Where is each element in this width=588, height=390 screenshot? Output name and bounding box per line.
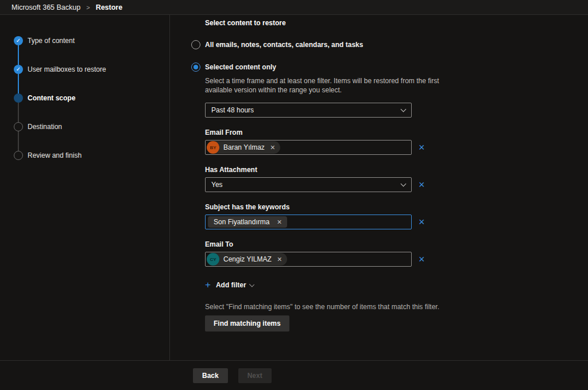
- person-chip[interactable]: BY Baran Yılmaz ×: [207, 141, 280, 154]
- content-scope-panel: Select content to restore All emails, no…: [170, 15, 588, 360]
- add-filter-label: Add filter: [216, 281, 246, 289]
- radio-selected-icon[interactable]: [191, 63, 200, 72]
- timeframe-dropdown[interactable]: Past 48 hours: [205, 103, 412, 118]
- email-from-input[interactable]: BY Baran Yılmaz ×: [205, 140, 412, 155]
- subject-keywords-label: Subject has the keywords: [205, 203, 588, 211]
- back-button[interactable]: Back: [193, 368, 228, 383]
- step-complete-icon: ✓: [14, 36, 23, 45]
- breadcrumb-separator-icon: >: [86, 4, 90, 11]
- filter-subject-keywords: Subject has the keywords Son Fiyatlandır…: [205, 203, 588, 229]
- checkmark-icon: ✓: [16, 38, 21, 44]
- timeframe-value: Past 48 hours: [211, 106, 254, 114]
- step-content-scope[interactable]: Content scope: [14, 93, 169, 122]
- breadcrumb-current: Restore: [96, 3, 123, 11]
- clear-email-from-filter-icon[interactable]: ×: [419, 142, 425, 153]
- keyword-chip[interactable]: Son Fiyatlandırma ×: [208, 216, 287, 228]
- radio-all-content-label: All emails, notes, contacts, calendars, …: [205, 41, 363, 49]
- clear-subject-filter-icon[interactable]: ×: [419, 217, 425, 227]
- step-label: Type of content: [28, 36, 75, 65]
- step-rail: ✓: [14, 36, 23, 65]
- chevron-down-icon: [249, 282, 254, 287]
- step-rail: ✓: [14, 65, 23, 93]
- keyword-chip-text: Son Fiyatlandırma: [214, 218, 269, 226]
- step-rail: [14, 93, 23, 122]
- step-upcoming-icon: [14, 122, 23, 131]
- add-filter-button[interactable]: + Add filter: [205, 280, 254, 290]
- remove-chip-icon[interactable]: ×: [275, 218, 283, 226]
- step-review-finish[interactable]: Review and finish: [14, 151, 169, 160]
- wizard-body: ✓ Type of content ✓ User mailboxes to re…: [0, 15, 588, 360]
- avatar: CY: [207, 253, 219, 266]
- clear-has-attachment-filter-icon[interactable]: ×: [419, 180, 425, 190]
- clear-email-to-filter-icon[interactable]: ×: [419, 254, 425, 264]
- radio-unselected-icon[interactable]: [191, 40, 200, 49]
- email-to-input[interactable]: CY Cengiz YILMAZ ×: [205, 252, 412, 267]
- radio-selected-content-label: Selected content only: [205, 63, 276, 71]
- has-attachment-dropdown[interactable]: Yes: [205, 177, 412, 192]
- add-icon: +: [205, 280, 211, 290]
- selected-content-description: Select a time frame and at least one fil…: [205, 76, 468, 95]
- wizard-steps-sidebar: ✓ Type of content ✓ User mailboxes to re…: [0, 15, 170, 360]
- filter-has-attachment: Has Attachment Yes ×: [205, 166, 588, 192]
- person-chip-name: Cengiz YILMAZ: [223, 255, 272, 263]
- chevron-down-icon: [401, 107, 407, 112]
- filter-email-to: Email To CY Cengiz YILMAZ × ×: [205, 240, 588, 267]
- step-label: User mailboxes to restore: [28, 65, 106, 93]
- step-connector: [18, 103, 19, 122]
- has-attachment-value: Yes: [211, 181, 223, 189]
- avatar: BY: [207, 141, 219, 154]
- step-connector: [18, 45, 19, 65]
- email-to-label: Email To: [205, 240, 588, 248]
- step-label: Content scope: [28, 93, 75, 122]
- step-connector: [18, 74, 19, 93]
- find-matching-items-button[interactable]: Find matching items: [205, 315, 289, 332]
- subject-keywords-input[interactable]: Son Fiyatlandırma ×: [205, 214, 412, 229]
- breadcrumb: Microsoft 365 Backup > Restore: [0, 0, 588, 15]
- find-matching-hint: Select "Find matching items" to see the …: [205, 303, 588, 311]
- has-attachment-label: Has Attachment: [205, 166, 588, 174]
- step-rail: [14, 151, 23, 160]
- next-button-disabled: Next: [238, 368, 272, 383]
- step-connector: [18, 131, 19, 151]
- chevron-down-icon: [401, 181, 407, 187]
- filter-email-from: Email From BY Baran Yılmaz × ×: [205, 128, 588, 155]
- wizard-footer: Back Next: [0, 360, 588, 390]
- remove-chip-icon[interactable]: ×: [269, 143, 277, 151]
- step-label: Review and finish: [28, 151, 82, 160]
- person-chip-name: Baran Yılmaz: [223, 143, 265, 151]
- checkmark-icon: ✓: [16, 67, 21, 72]
- page-title: Select content to restore: [205, 19, 588, 27]
- email-from-label: Email From: [205, 128, 588, 136]
- selected-content-section: Select a time frame and at least one fil…: [205, 76, 588, 332]
- restore-wizard-window: Microsoft 365 Backup > Restore ✓ Type of…: [0, 0, 588, 390]
- step-complete-icon: ✓: [14, 65, 23, 74]
- breadcrumb-root-link[interactable]: Microsoft 365 Backup: [11, 3, 80, 11]
- step-destination[interactable]: Destination: [14, 122, 169, 151]
- radio-selected-content-only[interactable]: Selected content only: [191, 63, 588, 72]
- step-user-mailboxes[interactable]: ✓ User mailboxes to restore: [14, 65, 169, 93]
- step-rail: [14, 122, 23, 151]
- step-current-icon: [14, 93, 23, 103]
- person-chip[interactable]: CY Cengiz YILMAZ ×: [207, 253, 287, 266]
- radio-all-content[interactable]: All emails, notes, contacts, calendars, …: [191, 40, 588, 49]
- step-type-of-content[interactable]: ✓ Type of content: [14, 36, 169, 65]
- step-label: Destination: [28, 122, 62, 151]
- remove-chip-icon[interactable]: ×: [276, 255, 284, 263]
- step-upcoming-icon: [14, 151, 23, 160]
